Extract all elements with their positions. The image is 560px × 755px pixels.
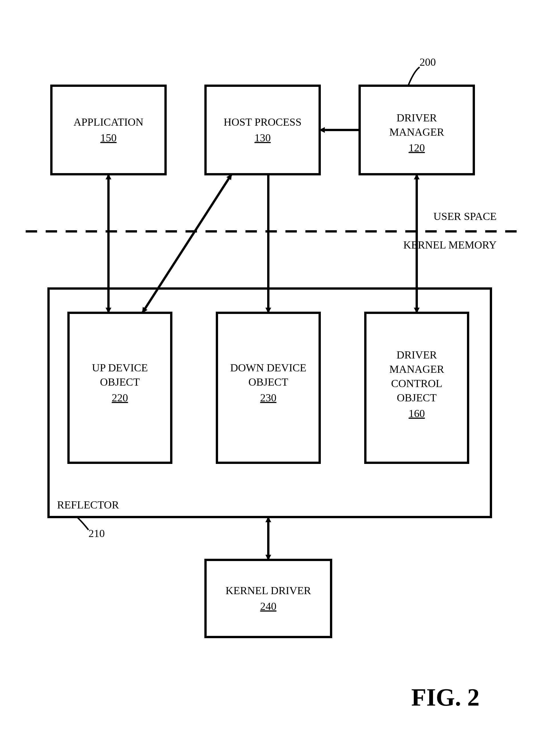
- driver-manager-l1: DRIVER: [397, 112, 437, 124]
- driver-manager-ref: 120: [409, 142, 425, 154]
- ref-200-text: 200: [420, 56, 436, 68]
- arrow-host-updevice: [143, 175, 231, 312]
- down-device-l1: DOWN DEVICE: [230, 362, 306, 374]
- driver-manager-box: DRIVER MANAGER 120: [360, 86, 474, 174]
- down-device-l2: OBJECT: [248, 376, 288, 388]
- svg-rect-0: [52, 86, 165, 174]
- dmco-l3: CONTROL: [391, 377, 442, 389]
- up-device-l1: UP DEVICE: [92, 362, 148, 374]
- reflector-ref: 210: [88, 527, 105, 539]
- kernel-driver-box: KERNEL DRIVER 240: [205, 560, 331, 637]
- figure-label: FIG. 2: [411, 683, 480, 711]
- application-box: APPLICATION 150: [52, 86, 165, 174]
- svg-rect-7: [205, 560, 331, 637]
- driver-manager-l2: MANAGER: [389, 126, 444, 138]
- application-title: APPLICATION: [74, 116, 144, 128]
- user-space-label: USER SPACE: [434, 210, 497, 222]
- down-device-box: DOWN DEVICE OBJECT 230: [217, 313, 320, 463]
- kernel-driver-ref: 240: [260, 600, 277, 612]
- up-device-ref: 220: [112, 392, 128, 404]
- dmco-l4: OBJECT: [397, 392, 436, 404]
- up-device-box: UP DEVICE OBJECT 220: [68, 313, 171, 463]
- application-ref: 150: [100, 132, 117, 144]
- up-device-l2: OBJECT: [100, 376, 140, 388]
- down-device-ref: 230: [260, 392, 277, 404]
- dmco-ref: 160: [409, 407, 425, 419]
- ref-marker-200: 200: [408, 56, 436, 86]
- dmco-l2: MANAGER: [389, 363, 444, 375]
- host-process-ref: 130: [255, 132, 271, 144]
- kernel-driver-title: KERNEL DRIVER: [225, 584, 311, 597]
- host-process-title: HOST PROCESS: [224, 116, 302, 128]
- dmco-box: DRIVER MANAGER CONTROL OBJECT 160: [365, 313, 468, 463]
- dmco-l1: DRIVER: [397, 349, 437, 361]
- reflector-title: REFLECTOR: [57, 499, 119, 511]
- svg-rect-1: [205, 86, 320, 174]
- host-process-box: HOST PROCESS 130: [205, 86, 320, 174]
